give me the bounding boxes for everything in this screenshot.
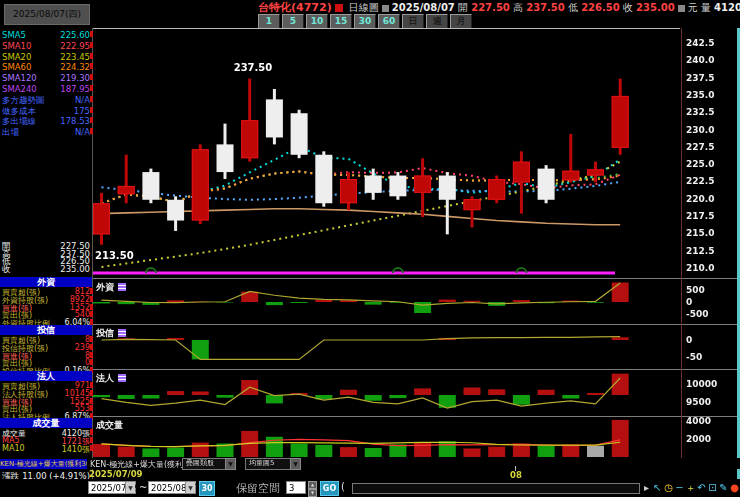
go-button[interactable]: GO	[320, 481, 339, 496]
y-axis-tick: 242.5	[686, 38, 714, 48]
volume-bars-chart[interactable]	[93, 417, 680, 458]
scroll-right-icon[interactable]: ▸	[641, 480, 652, 495]
sidebar-row: MA51721張	[0, 436, 92, 444]
sidebar-row: SMA240187.95	[0, 84, 92, 95]
quote-header: 台特化(4772) 日線圖2025/08/07 開 227.50 高 237.5…	[258, 1, 740, 14]
sidebar-row: 做多成本175	[0, 106, 92, 117]
ohlc-list: 開227.50高237.50低226.50收235.00	[0, 241, 92, 271]
sidebar-row: 高237.50	[0, 249, 92, 257]
y-axis-tick: 220.0	[686, 194, 714, 204]
chart-type-label: 日線圖	[349, 2, 379, 13]
trust-bars-chart[interactable]	[93, 325, 680, 368]
period-button-bar: 1510153060日週月	[258, 14, 472, 27]
stock-name[interactable]: 台特化(4772)	[258, 1, 332, 14]
period-button-1[interactable]: 1	[258, 14, 280, 29]
chevron-down-icon[interactable]: ▼	[290, 458, 301, 470]
period-button-10[interactable]: 10	[306, 14, 328, 29]
reserve-space-stepper[interactable]: ▲ ▼	[308, 481, 317, 494]
panel-settings-icon[interactable]	[118, 374, 126, 382]
panel-settings-icon[interactable]	[118, 283, 126, 291]
sidebar-row: 外資持股(張)8922	[0, 295, 92, 303]
sidebar-row: 賣出(張)0	[0, 358, 92, 366]
main-chart-panel[interactable]	[93, 28, 680, 279]
trust-panel-label: 投信	[96, 327, 126, 340]
draw-icon[interactable]: ✎	[718, 480, 729, 495]
quote-date: 2025/08/07	[392, 2, 455, 13]
y-axis-tick: 225.0	[686, 159, 714, 169]
collapse-handle[interactable]: (	[341, 481, 345, 492]
sidebar-row: SMA5225.60	[0, 30, 92, 41]
strategy-header: KEN-極光線+爆大量(獲利30UP)	[0, 459, 87, 469]
chevron-down-icon[interactable]: ▼	[185, 482, 195, 493]
y-axis-tick: 0	[686, 297, 692, 307]
high-label: 高	[513, 2, 523, 13]
sidebar-section: 法人買賣超(張)971法人持股(張)10145買進(張)1525賣出(張)553…	[0, 371, 92, 420]
sidebar-row: SMA10222.95	[0, 41, 92, 52]
y-axis-tick: 230.0	[686, 125, 714, 135]
close-value: 235.00	[636, 2, 675, 13]
foreign-panel-label: 外資	[96, 281, 126, 294]
section-header: 外資	[0, 277, 92, 287]
sidebar-row: 成交量4120張	[0, 428, 92, 436]
trust-panel[interactable]	[93, 325, 680, 368]
y-axis-tick: 235.0	[686, 90, 714, 100]
scroll-track[interactable]	[352, 483, 640, 494]
volume-panel[interactable]	[93, 417, 680, 458]
undo-icon[interactable]: ↶	[696, 480, 707, 495]
y-axis-tick: 210.0	[686, 263, 714, 273]
y-axis-tick: 240.0	[686, 55, 714, 65]
time-icon[interactable]: ◷	[663, 480, 674, 495]
session-date-box: 2025/08/07(四)	[4, 4, 90, 25]
period-button-5[interactable]: 5	[282, 14, 304, 29]
y-axis-tick: 237.5	[686, 73, 714, 83]
period-button-60[interactable]: 60	[378, 14, 400, 29]
y-axis-tick: 0	[686, 335, 692, 345]
sidebar-row: 多出場線178.53	[0, 116, 92, 127]
volume-value: 4120	[714, 2, 740, 13]
y-axis-tick: 227.5	[686, 142, 714, 152]
institutional-bars-chart[interactable]	[93, 370, 680, 415]
days-30-button[interactable]: 30	[199, 481, 215, 496]
sidebar-row: 法人持股(張)10145	[0, 389, 92, 397]
reserve-space-input[interactable]: 3	[286, 481, 306, 494]
y-axis-tick: 2000	[686, 434, 711, 444]
chevron-down-icon[interactable]: ▼	[225, 458, 236, 470]
chevron-down-icon[interactable]: ▼	[125, 482, 135, 493]
period-button-15[interactable]: 15	[330, 14, 352, 29]
volume-ma-dropdown[interactable]: 均量圖5	[245, 458, 294, 470]
overlay-dropdown[interactable]: 疊圖類股	[182, 458, 229, 470]
sidebar-row: 開227.50	[0, 241, 92, 249]
panel-settings-icon[interactable]	[118, 329, 126, 337]
sidebar-section: 外資買賣超(張)812外資持股(張)8922買進(張)1352賣出(張)540外…	[0, 277, 92, 326]
sidebar-row: 出場N/A	[0, 127, 92, 138]
y-axis-tick: 217.5	[686, 211, 714, 221]
sidebar-row: SMA120219.30	[0, 73, 92, 84]
institutional-panel[interactable]	[93, 370, 680, 415]
fullscreen-icon[interactable]: ⊡	[707, 480, 718, 495]
sidebar-row: SMA20223.45	[0, 52, 92, 63]
zoom-in-icon[interactable]: ＋	[685, 480, 696, 495]
price-candlestick-chart[interactable]	[93, 29, 680, 279]
alert-bell-icon[interactable]: ●	[729, 480, 740, 495]
section-header: 投信	[0, 325, 92, 335]
cursor-icon[interactable]: ↖	[652, 480, 663, 495]
open-value: 227.50	[471, 2, 510, 13]
sidebar-section: 成交量成交量4120張MA51721張MA101410張	[0, 418, 92, 451]
date-to-picker[interactable]: 2025/08/07 ▼	[148, 481, 196, 494]
sidebar-row: 多方趨勢圖N/A	[0, 95, 92, 106]
open-label: 開	[458, 2, 468, 13]
period-button[interactable]: 月	[450, 14, 472, 29]
stock-chart-window: 2025/08/07(四) 台特化(4772) 日線圖2025/08/07 開 …	[0, 0, 740, 497]
period-button-30[interactable]: 30	[354, 14, 376, 29]
y-axis-tick: 4000	[686, 416, 711, 426]
zoom-out-icon[interactable]: −	[674, 480, 685, 495]
period-button[interactable]: 日	[402, 14, 424, 29]
foreign-panel[interactable]	[93, 279, 680, 324]
foreign-bars-chart[interactable]	[93, 279, 680, 324]
date-from-picker[interactable]: 2025/07/09 ▼	[88, 481, 136, 494]
y-axis-tick: 9500	[686, 397, 711, 407]
step-down-icon[interactable]: ▼	[308, 489, 317, 497]
sidebar-row: 低226.50	[0, 256, 92, 264]
period-button[interactable]: 週	[426, 14, 448, 29]
step-up-icon[interactable]: ▲	[308, 481, 317, 489]
